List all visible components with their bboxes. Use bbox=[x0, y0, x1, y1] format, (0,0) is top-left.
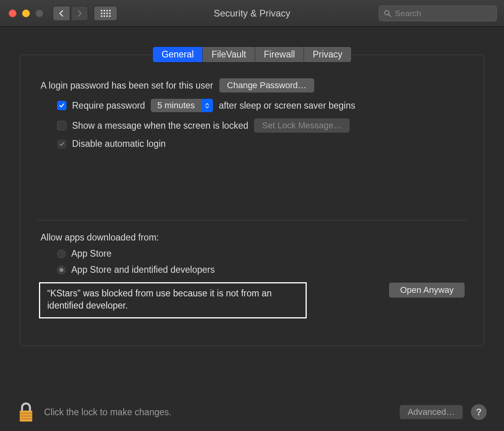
back-button[interactable] bbox=[53, 6, 70, 21]
login-password-set-label: A login password has been set for this u… bbox=[41, 80, 213, 91]
check-icon bbox=[59, 102, 65, 109]
tab-general[interactable]: General bbox=[153, 47, 203, 62]
change-password-button[interactable]: Change Password… bbox=[219, 78, 315, 93]
nav-buttons bbox=[53, 6, 88, 21]
divider bbox=[37, 220, 467, 220]
open-anyway-button[interactable]: Open Anyway bbox=[389, 282, 465, 298]
search-field[interactable] bbox=[379, 6, 497, 21]
blocked-app-message: “KStars” was blocked from use because it… bbox=[47, 287, 298, 312]
tab-filevault[interactable]: FileVault bbox=[203, 47, 255, 62]
check-icon bbox=[59, 141, 65, 147]
lock-button[interactable] bbox=[17, 402, 35, 422]
chevron-right-icon bbox=[77, 10, 82, 17]
show-lock-message-label: Show a message when the screen is locked bbox=[72, 120, 248, 131]
search-input[interactable] bbox=[395, 9, 498, 18]
require-password-delay-select[interactable]: 5 minutes bbox=[150, 98, 213, 113]
stepper-arrows-icon bbox=[201, 99, 213, 112]
close-window-button[interactable] bbox=[9, 9, 17, 17]
chevron-left-icon bbox=[59, 10, 64, 17]
show-lock-message-checkbox bbox=[57, 121, 67, 130]
advanced-button[interactable]: Advanced… bbox=[399, 405, 463, 420]
forward-button bbox=[71, 6, 88, 21]
toolbar: Security & Privacy bbox=[0, 0, 504, 27]
tab-bar: General FileVault Firewall Privacy bbox=[20, 46, 484, 63]
tab-firewall[interactable]: Firewall bbox=[255, 47, 304, 62]
disable-auto-login-checkbox bbox=[57, 139, 67, 149]
minimize-window-button[interactable] bbox=[22, 9, 30, 17]
svg-line-1 bbox=[389, 15, 391, 17]
lock-hint-label: Click the lock to make changes. bbox=[44, 407, 171, 418]
window-controls bbox=[9, 9, 43, 17]
require-password-label-after: after sleep or screen saver begins bbox=[219, 100, 355, 111]
search-icon bbox=[384, 10, 391, 17]
help-button[interactable]: ? bbox=[471, 404, 487, 420]
zoom-window-button bbox=[35, 9, 43, 17]
radio-app-store bbox=[57, 250, 66, 258]
require-password-label-before: Require password bbox=[72, 100, 145, 111]
footer: Click the lock to make changes. Advanced… bbox=[0, 402, 504, 422]
set-lock-message-button: Set Lock Message… bbox=[254, 118, 350, 133]
show-all-prefs-button[interactable] bbox=[94, 6, 117, 21]
general-panel: A login password has been set for this u… bbox=[20, 55, 484, 346]
require-password-delay-value: 5 minutes bbox=[151, 100, 201, 111]
tab-privacy[interactable]: Privacy bbox=[304, 47, 351, 62]
blocked-app-message-box: “KStars” was blocked from use because it… bbox=[39, 282, 307, 318]
radio-app-store-label: App Store bbox=[71, 248, 111, 259]
disable-auto-login-label: Disable automatic login bbox=[72, 139, 166, 149]
allow-apps-label: Allow apps downloaded from: bbox=[41, 232, 159, 243]
require-password-checkbox[interactable] bbox=[57, 101, 67, 110]
radio-app-store-and-identified bbox=[57, 266, 66, 274]
help-icon: ? bbox=[476, 407, 482, 418]
lock-icon bbox=[17, 402, 35, 422]
radio-app-store-and-identified-label: App Store and identified developers bbox=[71, 265, 215, 275]
grid-icon bbox=[101, 10, 111, 17]
